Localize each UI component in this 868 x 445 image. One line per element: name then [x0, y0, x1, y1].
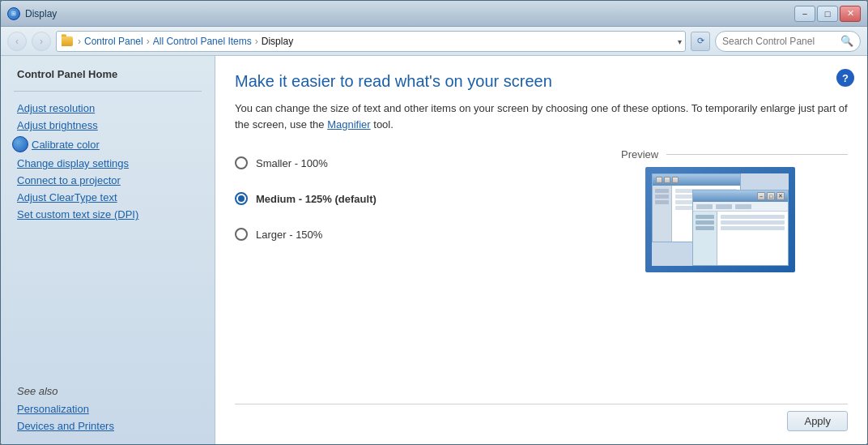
breadcrumb-sep-2: › [147, 36, 150, 47]
pw2-list-item-2 [696, 220, 714, 225]
label-larger: Larger - 150% [256, 229, 322, 241]
pw2-toolbar [693, 202, 788, 212]
calibrate-label: Calibrate color [32, 139, 100, 151]
pw2-toolbar-3 [735, 204, 751, 209]
sidebar-item-custom-dpi[interactable]: Set custom text size (DPI) [1, 206, 215, 223]
search-icon[interactable]: 🔍 [840, 35, 853, 47]
preview-area: Preview [621, 148, 848, 397]
pw2-main-line-2 [721, 220, 785, 225]
pw1-btn-3 [672, 177, 679, 183]
pw2-toolbar-2 [716, 204, 732, 209]
address-bar: ‹ › › Control Panel › All Control Panel … [1, 27, 867, 56]
sidebar-home[interactable]: Control Panel Home [1, 66, 215, 83]
magnifier-link[interactable]: Magnifier [327, 118, 370, 131]
refresh-button[interactable]: ⟳ [691, 32, 710, 51]
breadcrumb-dropdown-arrow[interactable]: ▾ [678, 36, 682, 45]
maximize-button[interactable]: □ [817, 6, 838, 22]
pw1-btn-2 [664, 177, 670, 183]
breadcrumb-sep-1: › [78, 36, 81, 47]
pw2-toolbar-1 [696, 204, 713, 209]
pw2-list [693, 212, 717, 265]
radio-smaller[interactable] [235, 156, 248, 169]
preview-screen: − □ ✕ [652, 173, 789, 266]
pw2-list-item-3 [696, 226, 714, 230]
label-medium: Medium - 125% (default) [256, 193, 377, 205]
label-smaller: Smaller - 100% [256, 157, 328, 169]
preview-image: − □ ✕ [645, 167, 795, 272]
option-smaller[interactable]: Smaller - 100% [235, 156, 589, 169]
pw2-main [717, 212, 788, 265]
sidebar: Control Panel Home Adjust resolution Adj… [1, 56, 215, 444]
sidebar-item-change-display[interactable]: Change display settings [1, 155, 215, 172]
title-bar: ⊞ Display − □ ✕ [1, 1, 867, 27]
panel-description: You can change the size of text and othe… [235, 101, 848, 132]
main-window: ⊞ Display − □ ✕ ‹ › › Control Panel › Al… [0, 0, 868, 445]
sidebar-divider-1 [14, 91, 202, 92]
options-area: Smaller - 100% Medium - 125% (default) L… [235, 148, 848, 397]
search-input[interactable] [722, 36, 837, 47]
forward-button[interactable]: › [32, 32, 51, 51]
bottom-divider [235, 404, 848, 404]
pw1-sidebar-item-2 [655, 195, 669, 199]
panel-title: Make it easier to read what's on your sc… [235, 72, 848, 91]
sidebar-item-connect-projector[interactable]: Connect to a projector [1, 172, 215, 189]
breadcrumb-current: Display [262, 36, 293, 47]
main-content: Control Panel Home Adjust resolution Adj… [1, 56, 867, 444]
breadcrumb: › Control Panel › All Control Panel Item… [56, 31, 686, 52]
breadcrumb-control-panel[interactable]: Control Panel [84, 36, 143, 47]
window-title: Display [25, 8, 57, 19]
calibrate-icon [12, 136, 28, 152]
bottom-bar: Apply [235, 411, 848, 431]
panel-desc-after: tool. [371, 118, 394, 131]
option-medium[interactable]: Medium - 125% (default) [235, 192, 589, 205]
option-larger[interactable]: Larger - 150% [235, 228, 589, 241]
preview-line [666, 154, 848, 155]
sidebar-item-personalization[interactable]: Personalization [1, 400, 215, 417]
sidebar-item-cleartype[interactable]: Adjust ClearType text [1, 189, 215, 206]
sidebar-item-adjust-resolution[interactable]: Adjust resolution [1, 100, 215, 117]
pw2-close: ✕ [777, 192, 785, 200]
sidebar-item-calibrate-color[interactable]: Calibrate color [1, 134, 215, 155]
title-buttons: − □ ✕ [794, 6, 861, 22]
pw2-content [693, 212, 788, 265]
close-button[interactable]: ✕ [840, 6, 861, 22]
pw1-sidebar [653, 186, 672, 242]
breadcrumb-sep-3: › [255, 36, 258, 47]
help-button[interactable]: ? [836, 69, 854, 87]
pw2-bar: − □ ✕ [693, 190, 788, 202]
pw2-max: □ [767, 192, 775, 200]
preview-header: Preview [621, 148, 848, 160]
window-icon: ⊞ [7, 7, 20, 20]
pw2-main-line-1 [721, 215, 785, 219]
pw2-list-item-1 [696, 215, 714, 219]
title-bar-left: ⊞ Display [7, 7, 57, 20]
see-also-label: See also [1, 382, 215, 400]
sidebar-item-adjust-brightness[interactable]: Adjust brightness [1, 117, 215, 134]
folder-icon [62, 36, 73, 46]
right-panel: ? Make it easier to read what's on your … [215, 56, 867, 444]
pw1-sidebar-item-3 [655, 200, 669, 204]
radio-larger[interactable] [235, 228, 248, 241]
minimize-button[interactable]: − [794, 6, 815, 22]
pw1-btn-1 [656, 177, 662, 183]
pw2-min: − [757, 192, 765, 200]
radio-medium[interactable] [235, 192, 248, 205]
preview-label: Preview [621, 148, 658, 160]
back-button[interactable]: ‹ [7, 32, 27, 51]
radio-options: Smaller - 100% Medium - 125% (default) L… [235, 148, 589, 397]
pw2-main-line-3 [721, 226, 785, 230]
apply-button[interactable]: Apply [787, 411, 848, 431]
pw1-sidebar-item-1 [655, 189, 669, 193]
pw1-bar [653, 174, 740, 186]
preview-window-2: − □ ✕ [692, 190, 789, 266]
sidebar-item-devices-printers[interactable]: Devices and Printers [1, 417, 215, 434]
search-box: 🔍 [715, 31, 861, 52]
breadcrumb-all-items[interactable]: All Control Panel Items [153, 36, 252, 47]
